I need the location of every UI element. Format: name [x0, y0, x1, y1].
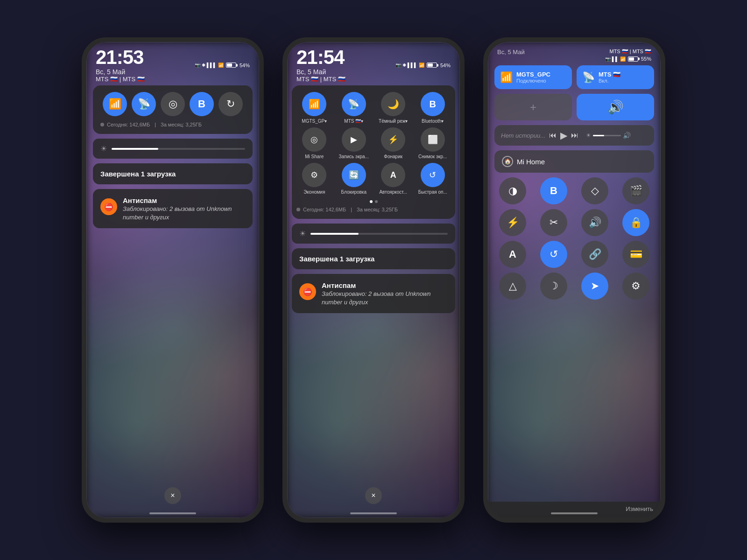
signal-icon: ▌▌▌: [207, 63, 217, 68]
exp-toggle-wifi[interactable]: 📶 MGTS_GP▾: [296, 92, 332, 124]
bt-toggle-icon: B: [198, 98, 205, 110]
exp-wifi-btn: 📶: [302, 92, 326, 116]
exp-record-btn: ▶: [342, 127, 366, 152]
notif-antispam-1[interactable]: ⛔ Антиспам Заблокировано: 2 вызова от Un…: [93, 189, 253, 228]
brightness-slider-2[interactable]: [310, 233, 448, 235]
exp-toggle-lock[interactable]: 🔄 Блокировка: [336, 163, 372, 195]
status-bar-1: 21:53 Вс, 5 Май MTS 🇷🇺 | MTS 🇷🇺 📷 ✱ ▌▌▌ …: [86, 42, 259, 85]
status-right-2: 📷 ✱ ▌▌▌ 📶 54%: [395, 63, 451, 68]
exp-toggle-data[interactable]: 📡 MTS 🇷🇺▾: [336, 92, 372, 124]
close-notif-1[interactable]: ×: [164, 487, 181, 504]
toggle-bluetooth[interactable]: B: [190, 92, 214, 116]
cc-tile-cell[interactable]: 📡 MTS 🇷🇺 Вкл.: [577, 65, 654, 89]
cc-btn-scissors[interactable]: ✂: [540, 209, 567, 236]
exp-toggle-auto[interactable]: A Автояркост...: [375, 163, 411, 195]
toggle-data[interactable]: 📡: [132, 92, 156, 116]
battery-icon-2: [427, 63, 437, 68]
exp-toggle-economy[interactable]: ⚙ Экономия: [296, 163, 332, 195]
notif-download-2[interactable]: Завершена 1 загрузка: [292, 248, 455, 269]
cc-btn-vol[interactable]: 🔊: [581, 209, 608, 236]
brightness-mini-track[interactable]: [593, 135, 621, 136]
cc-tile-empty[interactable]: +: [494, 94, 572, 120]
play-btn[interactable]: ▶: [560, 130, 567, 141]
brightness-slider-1[interactable]: [112, 148, 245, 150]
exp-toggle-torch[interactable]: ⚡ Фонарик: [375, 127, 411, 159]
cc-btn-rotate2[interactable]: ↺: [540, 241, 567, 268]
battery-icon-3: [628, 56, 638, 62]
signal-icon-2: ▌▌▌: [408, 63, 417, 68]
exp-toggle-ss[interactable]: ⬜ Снимок экр...: [415, 127, 451, 159]
wifi-toggle-icon: 📶: [109, 98, 121, 110]
home-indicator-2: [350, 512, 397, 514]
toggle-location[interactable]: ◎: [161, 92, 185, 116]
lock2-icon: 🔒: [630, 217, 642, 229]
prev-btn[interactable]: ⏮: [549, 131, 557, 140]
exp-toggle-quick[interactable]: ↺ Быстрая оп...: [415, 163, 451, 195]
toggle-wifi[interactable]: 📶: [103, 92, 127, 116]
phone-3: Вс, 5 Май MTS 🇷🇺 | MTS 🇷🇺 📷 ▌▌ 📶 55%: [483, 37, 665, 523]
wifi-icon-2: 📶: [419, 63, 424, 68]
exp-record-label: Запись экра...: [338, 154, 369, 159]
exp-dark-btn: 🌙: [381, 92, 405, 116]
notif-panel-1: 📶 📡 ◎ B ↻ Се: [86, 85, 259, 228]
exp-data-label: MTS 🇷🇺▾: [344, 119, 363, 124]
notif-download-1[interactable]: Завершена 1 загрузка: [93, 163, 253, 184]
media-text: Нет истории...: [501, 131, 545, 140]
exp-record-icon: ▶: [351, 134, 357, 145]
close-notif-2[interactable]: ×: [365, 487, 382, 504]
brightness-fill-1: [112, 148, 158, 150]
settings2-icon: ⚙: [631, 280, 641, 292]
exp-quick-btn: ↺: [421, 163, 445, 187]
cc-btn-torch2[interactable]: ⚡: [499, 209, 526, 236]
moon-icon: ☽: [549, 280, 558, 292]
cc-btn-lock2[interactable]: 🔒: [622, 209, 649, 236]
quick-toggles-1: 📶 📡 ◎ B ↻ Се: [93, 85, 253, 134]
cc-icon-grid-4: △ ☽ ➤ ⚙: [494, 273, 654, 300]
cc-btn-moon[interactable]: ☽: [540, 273, 567, 300]
cc-btn-link[interactable]: 🔗: [581, 241, 608, 268]
cc-mihome[interactable]: 🏠 Mi Home: [494, 150, 654, 173]
edit-label: Изменить: [626, 505, 653, 512]
phone-2: 21:54 Вс, 5 Май MTS 🇷🇺 | MTS 🇷🇺 📷 ✱ ▌▌▌ …: [282, 37, 465, 523]
notif-antispam-2[interactable]: ⛔ Антиспам Заблокировано: 2 вызова от Un…: [292, 274, 455, 313]
cc-btn-card[interactable]: 💳: [622, 241, 649, 268]
exp-ss-btn: ⬜: [421, 127, 445, 152]
cc-edit-bar[interactable]: Изменить: [488, 502, 661, 518]
exp-toggle-bt[interactable]: B Bluetooth▾: [415, 92, 451, 124]
cc-btn-compass[interactable]: ➤: [581, 273, 608, 300]
antispam-icon-2: ⛔: [299, 283, 316, 300]
page-dots-2: [296, 198, 451, 204]
exp-auto-label: Автояркост...: [379, 189, 407, 195]
exp-toggle-record[interactable]: ▶ Запись экра...: [336, 127, 372, 159]
battery-pct-1: 54%: [240, 63, 250, 68]
exp-quick-icon: ↺: [429, 170, 436, 180]
exp-lock-icon: 🔄: [349, 170, 359, 180]
mihome-logo: 🏠: [502, 156, 513, 167]
cc-btn-airdrop[interactable]: ◇: [581, 177, 608, 204]
next-btn[interactable]: ⏭: [571, 131, 578, 140]
brightness-mini-fill: [593, 135, 604, 136]
text-icon: A: [509, 248, 516, 260]
exp-toggle-dark[interactable]: 🌙 Тёмный реж▾: [375, 92, 411, 124]
cc-btn-text[interactable]: A: [499, 241, 526, 268]
exp-dark-label: Тёмный реж▾: [379, 119, 408, 124]
exp-toggle-share[interactable]: ◎ Mi Share: [296, 127, 332, 159]
cc-btn-theme[interactable]: ◑: [499, 177, 526, 204]
notif-text-2: Антиспам Заблокировано: 2 вызова от Unkn…: [322, 281, 448, 307]
cc-tile-volume[interactable]: 🔊: [577, 94, 654, 120]
sun-icon-small: ☀: [586, 132, 591, 139]
cc-btn-settings2[interactable]: ⚙: [622, 273, 649, 300]
toggle-rotate[interactable]: ↻: [218, 92, 243, 116]
cc-btn-nav[interactable]: △: [499, 273, 526, 300]
status-right-3: MTS 🇷🇺 | MTS 🇷🇺 📷 ▌▌ 📶 55%: [605, 49, 651, 62]
data-month-1: За месяц: 3,25ГБ: [161, 122, 202, 127]
cc-btn-bt2[interactable]: B: [540, 177, 567, 204]
exp-economy-btn: ⚙: [302, 163, 326, 187]
cc-btn-camera[interactable]: 🎬: [622, 177, 649, 204]
exp-auto-icon: A: [390, 170, 396, 180]
cc-tile-wifi[interactable]: 📶 MGTS_GPC Подключено: [494, 65, 572, 89]
cc-media-player: Нет истории... ⏮ ▶ ⏭ ☀ 🔊: [494, 125, 654, 146]
exp-quick-label: Быстрая оп...: [418, 189, 447, 195]
media-placeholder: Нет истории...: [501, 132, 545, 139]
exp-lock-label: Блокировка: [341, 189, 366, 195]
